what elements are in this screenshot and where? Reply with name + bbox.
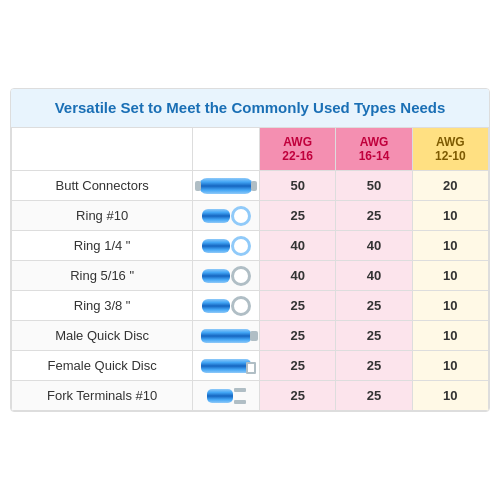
col-header-product — [12, 128, 193, 171]
table-row: Ring #10 25 25 10 — [12, 201, 489, 231]
awg3-value: 10 — [412, 321, 488, 351]
awg2-value: 25 — [336, 291, 412, 321]
awg3-value: 10 — [412, 201, 488, 231]
table-row: Ring 1/4 " 40 40 10 — [12, 231, 489, 261]
product-name: Female Quick Disc — [12, 351, 193, 381]
awg1-value: 25 — [260, 381, 336, 411]
awg2-value: 40 — [336, 261, 412, 291]
main-container: Versatile Set to Meet the Commonly Used … — [10, 88, 490, 412]
table-row: Male Quick Disc 25 25 10 — [12, 321, 489, 351]
awg1-value: 25 — [260, 291, 336, 321]
col-header-image — [193, 128, 260, 171]
awg3-value: 10 — [412, 381, 488, 411]
col-header-awg1: AWG 22-16 — [260, 128, 336, 171]
awg3-value: 10 — [412, 351, 488, 381]
table-row: Ring 5/16 " 40 40 10 — [12, 261, 489, 291]
awg3-value: 10 — [412, 261, 488, 291]
awg1-value: 25 — [260, 321, 336, 351]
header-title: Versatile Set to Meet the Commonly Used … — [55, 99, 446, 116]
table-row: Ring 3/8 " 25 25 10 — [12, 291, 489, 321]
awg3-value: 10 — [412, 291, 488, 321]
awg1-value: 40 — [260, 231, 336, 261]
awg2-value: 25 — [336, 201, 412, 231]
table-row: Butt Connectors 50 50 20 — [12, 171, 489, 201]
product-name: Ring #10 — [12, 201, 193, 231]
product-table: AWG 22-16 AWG 16-14 AWG 12-10 Butt Conne… — [11, 127, 489, 411]
header-section: Versatile Set to Meet the Commonly Used … — [11, 89, 489, 127]
table-body: Butt Connectors 50 50 20 Ring #10 25 25 … — [12, 171, 489, 411]
awg1-value: 25 — [260, 351, 336, 381]
product-image — [193, 171, 260, 201]
table-row: Female Quick Disc 25 25 10 — [12, 351, 489, 381]
awg2-value: 25 — [336, 321, 412, 351]
product-image — [193, 321, 260, 351]
awg1-value: 25 — [260, 201, 336, 231]
col-header-awg3: AWG 12-10 — [412, 128, 488, 171]
product-name: Ring 1/4 " — [12, 231, 193, 261]
col-header-awg2: AWG 16-14 — [336, 128, 412, 171]
product-image — [193, 261, 260, 291]
awg3-value: 10 — [412, 231, 488, 261]
product-name: Ring 5/16 " — [12, 261, 193, 291]
awg3-value: 20 — [412, 171, 488, 201]
product-image — [193, 201, 260, 231]
product-image — [193, 291, 260, 321]
product-name: Fork Terminals #10 — [12, 381, 193, 411]
awg1-value: 50 — [260, 171, 336, 201]
awg2-value: 50 — [336, 171, 412, 201]
awg2-value: 25 — [336, 351, 412, 381]
table-header: AWG 22-16 AWG 16-14 AWG 12-10 — [12, 128, 489, 171]
product-name: Butt Connectors — [12, 171, 193, 201]
table-row: Fork Terminals #10 25 25 10 — [12, 381, 489, 411]
product-image — [193, 381, 260, 411]
product-name: Ring 3/8 " — [12, 291, 193, 321]
awg1-value: 40 — [260, 261, 336, 291]
product-name: Male Quick Disc — [12, 321, 193, 351]
awg2-value: 40 — [336, 231, 412, 261]
awg2-value: 25 — [336, 381, 412, 411]
product-image — [193, 231, 260, 261]
product-image — [193, 351, 260, 381]
